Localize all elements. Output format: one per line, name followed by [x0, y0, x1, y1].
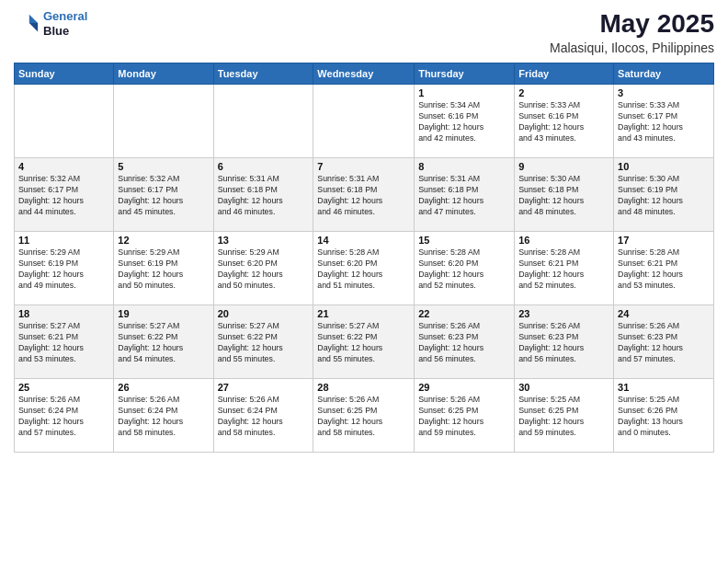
calendar-week-1: 1Sunrise: 5:34 AM Sunset: 6:16 PM Daylig…: [15, 85, 714, 158]
calendar-cell: 25Sunrise: 5:26 AM Sunset: 6:24 PM Dayli…: [15, 379, 114, 453]
calendar-cell: 10Sunrise: 5:30 AM Sunset: 6:19 PM Dayli…: [614, 158, 714, 232]
calendar-cell: 12Sunrise: 5:29 AM Sunset: 6:19 PM Dayli…: [114, 232, 213, 305]
calendar-cell: 22Sunrise: 5:26 AM Sunset: 6:23 PM Dayli…: [415, 305, 515, 379]
cell-info: Sunrise: 5:28 AM Sunset: 6:20 PM Dayligh…: [317, 247, 410, 292]
cell-info: Sunrise: 5:25 AM Sunset: 6:26 PM Dayligh…: [618, 395, 710, 439]
calendar-cell: [213, 85, 313, 158]
svg-marker-1: [29, 23, 38, 31]
cell-info: Sunrise: 5:26 AM Sunset: 6:23 PM Dayligh…: [618, 321, 710, 365]
cell-info: Sunrise: 5:28 AM Sunset: 6:20 PM Dayligh…: [418, 247, 510, 292]
weekday-header-thursday: Thursday: [415, 63, 515, 85]
cell-day-number: 25: [18, 382, 109, 393]
calendar-cell: 11Sunrise: 5:29 AM Sunset: 6:19 PM Dayli…: [15, 232, 114, 305]
cell-info: Sunrise: 5:29 AM Sunset: 6:20 PM Dayligh…: [218, 247, 310, 292]
cell-day-number: 10: [618, 161, 710, 172]
cell-info: Sunrise: 5:29 AM Sunset: 6:19 PM Dayligh…: [18, 247, 109, 292]
cell-info: Sunrise: 5:33 AM Sunset: 6:17 PM Dayligh…: [618, 100, 710, 144]
main-title: May 2025: [550, 9, 714, 39]
cell-day-number: 2: [518, 87, 609, 98]
cell-info: Sunrise: 5:26 AM Sunset: 6:23 PM Dayligh…: [418, 321, 510, 365]
calendar-cell: 27Sunrise: 5:26 AM Sunset: 6:24 PM Dayli…: [213, 379, 313, 453]
cell-day-number: 29: [418, 382, 510, 393]
cell-day-number: 3: [618, 87, 710, 98]
weekday-header-tuesday: Tuesday: [213, 63, 313, 85]
cell-info: Sunrise: 5:28 AM Sunset: 6:21 PM Dayligh…: [618, 247, 710, 292]
calendar-cell: 4Sunrise: 5:32 AM Sunset: 6:17 PM Daylig…: [15, 158, 114, 232]
logo-icon: [14, 11, 40, 37]
cell-day-number: 24: [618, 308, 710, 319]
logo-text: General Blue: [43, 9, 87, 38]
cell-info: Sunrise: 5:30 AM Sunset: 6:18 PM Dayligh…: [518, 174, 609, 218]
header: General Blue May 2025 Malasiqui, Ilocos,…: [14, 9, 714, 55]
weekday-header-monday: Monday: [114, 63, 213, 85]
cell-day-number: 7: [317, 161, 410, 172]
calendar-cell: 19Sunrise: 5:27 AM Sunset: 6:22 PM Dayli…: [114, 305, 213, 379]
cell-day-number: 13: [218, 235, 310, 246]
cell-info: Sunrise: 5:27 AM Sunset: 6:22 PM Dayligh…: [218, 321, 310, 365]
cell-day-number: 21: [317, 308, 410, 319]
cell-day-number: 31: [618, 382, 710, 393]
weekday-header-saturday: Saturday: [614, 63, 714, 85]
cell-info: Sunrise: 5:31 AM Sunset: 6:18 PM Dayligh…: [317, 174, 410, 218]
calendar-cell: 24Sunrise: 5:26 AM Sunset: 6:23 PM Dayli…: [614, 305, 714, 379]
calendar-cell: [114, 85, 213, 158]
calendar-cell: 7Sunrise: 5:31 AM Sunset: 6:18 PM Daylig…: [313, 158, 415, 232]
weekday-header-sunday: Sunday: [15, 63, 114, 85]
cell-info: Sunrise: 5:25 AM Sunset: 6:25 PM Dayligh…: [518, 395, 609, 439]
weekday-header-friday: Friday: [515, 63, 614, 85]
calendar-cell: 8Sunrise: 5:31 AM Sunset: 6:18 PM Daylig…: [415, 158, 515, 232]
calendar-cell: 2Sunrise: 5:33 AM Sunset: 6:16 PM Daylig…: [515, 85, 614, 158]
calendar-cell: 14Sunrise: 5:28 AM Sunset: 6:20 PM Dayli…: [313, 232, 415, 305]
cell-day-number: 23: [518, 308, 609, 319]
calendar-cell: 5Sunrise: 5:32 AM Sunset: 6:17 PM Daylig…: [114, 158, 213, 232]
calendar-cell: 21Sunrise: 5:27 AM Sunset: 6:22 PM Dayli…: [313, 305, 415, 379]
calendar-cell: 30Sunrise: 5:25 AM Sunset: 6:25 PM Dayli…: [515, 379, 614, 453]
cell-day-number: 8: [418, 161, 510, 172]
cell-info: Sunrise: 5:27 AM Sunset: 6:22 PM Dayligh…: [118, 321, 209, 365]
calendar-cell: 16Sunrise: 5:28 AM Sunset: 6:21 PM Dayli…: [515, 232, 614, 305]
cell-day-number: 22: [418, 308, 510, 319]
calendar-cell: 31Sunrise: 5:25 AM Sunset: 6:26 PM Dayli…: [614, 379, 714, 453]
cell-info: Sunrise: 5:26 AM Sunset: 6:25 PM Dayligh…: [418, 395, 510, 439]
cell-day-number: 1: [418, 87, 510, 98]
calendar-cell: [15, 85, 114, 158]
logo: General Blue: [14, 9, 87, 38]
cell-day-number: 18: [18, 308, 109, 319]
cell-info: Sunrise: 5:27 AM Sunset: 6:21 PM Dayligh…: [18, 321, 109, 365]
calendar-cell: 17Sunrise: 5:28 AM Sunset: 6:21 PM Dayli…: [614, 232, 714, 305]
calendar-week-4: 18Sunrise: 5:27 AM Sunset: 6:21 PM Dayli…: [15, 305, 714, 379]
cell-info: Sunrise: 5:31 AM Sunset: 6:18 PM Dayligh…: [218, 174, 310, 218]
cell-day-number: 6: [218, 161, 310, 172]
cell-day-number: 9: [518, 161, 609, 172]
cell-info: Sunrise: 5:32 AM Sunset: 6:17 PM Dayligh…: [118, 174, 209, 218]
cell-info: Sunrise: 5:26 AM Sunset: 6:25 PM Dayligh…: [317, 395, 410, 439]
cell-info: Sunrise: 5:26 AM Sunset: 6:24 PM Dayligh…: [118, 395, 209, 439]
cell-day-number: 11: [18, 235, 109, 246]
cell-day-number: 27: [218, 382, 310, 393]
calendar-table: SundayMondayTuesdayWednesdayThursdayFrid…: [14, 63, 714, 453]
cell-day-number: 19: [118, 308, 209, 319]
calendar-cell: 29Sunrise: 5:26 AM Sunset: 6:25 PM Dayli…: [415, 379, 515, 453]
calendar-cell: 20Sunrise: 5:27 AM Sunset: 6:22 PM Dayli…: [213, 305, 313, 379]
calendar-cell: [313, 85, 415, 158]
subtitle: Malasiqui, Ilocos, Philippines: [550, 40, 714, 55]
calendar-cell: 1Sunrise: 5:34 AM Sunset: 6:16 PM Daylig…: [415, 85, 515, 158]
cell-info: Sunrise: 5:26 AM Sunset: 6:24 PM Dayligh…: [218, 395, 310, 439]
cell-day-number: 30: [518, 382, 609, 393]
title-block: May 2025 Malasiqui, Ilocos, Philippines: [550, 9, 714, 55]
cell-day-number: 16: [518, 235, 609, 246]
cell-info: Sunrise: 5:28 AM Sunset: 6:21 PM Dayligh…: [518, 247, 609, 292]
calendar-cell: 15Sunrise: 5:28 AM Sunset: 6:20 PM Dayli…: [415, 232, 515, 305]
cell-day-number: 28: [317, 382, 410, 393]
calendar-week-5: 25Sunrise: 5:26 AM Sunset: 6:24 PM Dayli…: [15, 379, 714, 453]
cell-day-number: 17: [618, 235, 710, 246]
calendar-cell: 18Sunrise: 5:27 AM Sunset: 6:21 PM Dayli…: [15, 305, 114, 379]
cell-info: Sunrise: 5:32 AM Sunset: 6:17 PM Dayligh…: [18, 174, 109, 218]
cell-info: Sunrise: 5:34 AM Sunset: 6:16 PM Dayligh…: [418, 100, 510, 144]
calendar-header-row: SundayMondayTuesdayWednesdayThursdayFrid…: [15, 63, 714, 85]
page: General Blue May 2025 Malasiqui, Ilocos,…: [0, 0, 728, 563]
weekday-header-wednesday: Wednesday: [313, 63, 415, 85]
calendar-cell: 28Sunrise: 5:26 AM Sunset: 6:25 PM Dayli…: [313, 379, 415, 453]
calendar-cell: 23Sunrise: 5:26 AM Sunset: 6:23 PM Dayli…: [515, 305, 614, 379]
svg-marker-0: [29, 14, 38, 22]
